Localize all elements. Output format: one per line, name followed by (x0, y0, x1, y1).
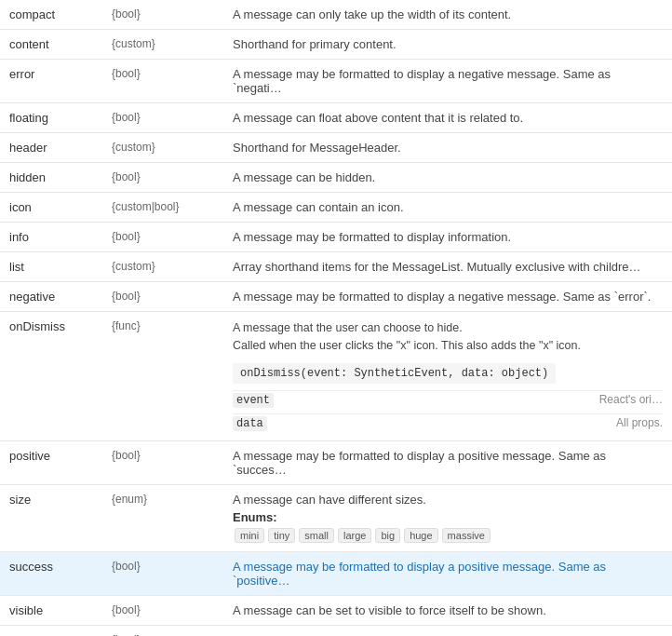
enum-tag: tiny (268, 528, 295, 543)
prop-type: {custom} (102, 252, 223, 282)
table-row: floating{bool}A message can float above … (0, 103, 672, 133)
table-row: header{custom}Shorthand for MessageHeade… (0, 133, 672, 163)
prop-description: A message that the user can choose to hi… (223, 312, 672, 441)
prop-description: A message can only take up the width of … (223, 0, 672, 30)
prop-description: Shorthand for primary content. (223, 30, 672, 60)
enum-tag: large (338, 528, 371, 543)
prop-name: content (0, 30, 102, 60)
prop-name: size (0, 484, 102, 551)
enum-values: minitinysmalllargebighugemassive (233, 527, 663, 544)
prop-name: onDismiss (0, 312, 102, 441)
table-row: positive{bool}A message may be formatted… (0, 440, 672, 484)
props-table: compact{bool}A message can only take up … (0, 0, 672, 636)
prop-type: {custom} (102, 133, 223, 163)
prop-type: {custom|bool} (102, 193, 223, 223)
enum-tag: massive (442, 528, 491, 543)
prop-type: {bool} (102, 163, 223, 193)
prop-name: success (0, 551, 102, 595)
prop-description: Array shorthand items for the MessageLis… (223, 252, 672, 282)
prop-type: {bool} (102, 223, 223, 252)
prop-description: A message can have different sizes.Enums… (223, 484, 672, 551)
prop-description: A message may be formatted to display a … (223, 282, 672, 312)
table-row: compact{bool}A message can only take up … (0, 0, 672, 30)
prop-description: A message can be set to visible to force… (223, 595, 672, 625)
prop-description: A message may be formatted to display wa… (223, 625, 672, 636)
prop-name: warning (0, 625, 102, 636)
prop-name: visible (0, 595, 102, 625)
table-row: info{bool}A message may be formatted to … (0, 223, 672, 252)
table-row: visible{bool}A message can be set to vis… (0, 595, 672, 625)
prop-name: compact (0, 0, 102, 30)
table-row: size{enum}A message can have different s… (0, 484, 672, 551)
prop-description: A message can float above content that i… (223, 103, 672, 133)
enum-tag: mini (235, 528, 264, 543)
prop-type: {bool} (102, 282, 223, 312)
prop-name: header (0, 133, 102, 163)
prop-description: Shorthand for MessageHeader. (223, 133, 672, 163)
prop-type: {bool} (102, 0, 223, 30)
prop-type: {bool} (102, 103, 223, 133)
prop-description: A message may be formatted to display a … (223, 60, 672, 103)
prop-name: negative (0, 282, 102, 312)
table-row: icon{custom|bool}A message can contain a… (0, 193, 672, 223)
prop-type: {enum} (102, 484, 223, 551)
prop-description: A message can be hidden. (223, 163, 672, 193)
prop-name: info (0, 223, 102, 252)
prop-name: icon (0, 193, 102, 223)
prop-type: {func} (102, 312, 223, 441)
prop-name: positive (0, 440, 102, 484)
prop-type: {bool} (102, 595, 223, 625)
code-signature: onDismiss(event: SyntheticEvent, data: o… (233, 363, 556, 384)
table-row: success{bool}A message may be formatted … (0, 551, 672, 595)
table-row: onDismiss{func}A message that the user c… (0, 312, 672, 441)
prop-type: {bool} (102, 551, 223, 595)
table-row: error{bool}A message may be formatted to… (0, 60, 672, 103)
table-row: content{custom}Shorthand for primary con… (0, 30, 672, 60)
sub-row: dataAll props. (233, 413, 663, 433)
prop-name: list (0, 252, 102, 282)
enum-tag: huge (404, 528, 437, 543)
prop-name: hidden (0, 163, 102, 193)
prop-type: {bool} (102, 440, 223, 484)
prop-name: floating (0, 103, 102, 133)
prop-description: A message may be formatted to display in… (223, 223, 672, 252)
table-row: list{custom}Array shorthand items for th… (0, 252, 672, 282)
prop-description: A message may be formatted to display a … (223, 551, 672, 595)
prop-type: {custom} (102, 30, 223, 60)
prop-name: error (0, 60, 102, 103)
prop-description: A message can contain an icon. (223, 193, 672, 223)
size-description: A message can have different sizes. (233, 493, 663, 507)
sub-row: eventReact's ori… (233, 390, 663, 410)
table-row: hidden{bool}A message can be hidden. (0, 163, 672, 193)
enum-tag: big (375, 528, 400, 543)
enum-tag: small (299, 528, 334, 543)
prop-type: {bool} (102, 60, 223, 103)
table-row: negative{bool}A message may be formatted… (0, 282, 672, 312)
prop-description: A message may be formatted to display a … (223, 440, 672, 484)
prop-type: {bool} (102, 625, 223, 636)
table-row: warning{bool}A message may be formatted … (0, 625, 672, 636)
